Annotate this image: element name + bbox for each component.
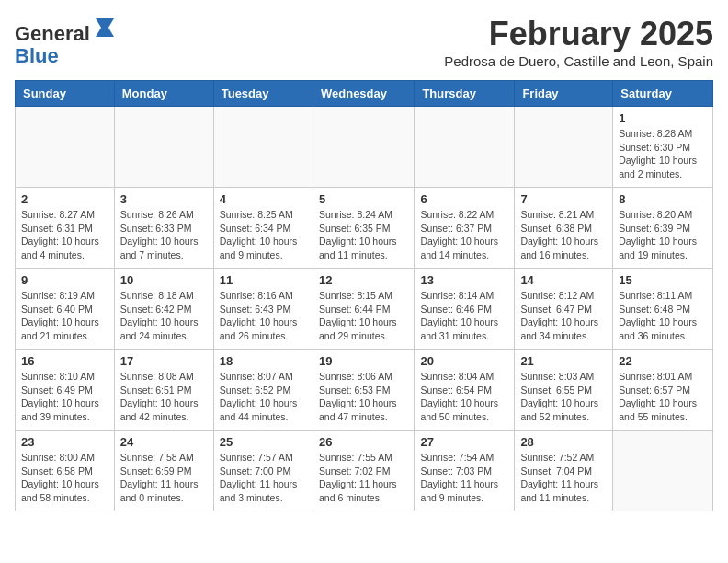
day-cell: 22Sunrise: 8:01 AM Sunset: 6:57 PM Dayli… xyxy=(613,350,713,431)
logo-blue-text: Blue xyxy=(15,45,118,67)
day-info: Sunrise: 8:06 AM Sunset: 6:53 PM Dayligh… xyxy=(319,370,408,424)
day-info: Sunrise: 8:01 AM Sunset: 6:57 PM Dayligh… xyxy=(619,370,707,424)
day-info: Sunrise: 7:52 AM Sunset: 7:04 PM Dayligh… xyxy=(520,451,607,505)
day-cell: 8Sunrise: 8:20 AM Sunset: 6:39 PM Daylig… xyxy=(613,188,713,269)
day-number: 18 xyxy=(220,354,307,368)
day-number: 4 xyxy=(220,192,307,206)
day-cell xyxy=(613,431,713,511)
day-info: Sunrise: 8:11 AM Sunset: 6:48 PM Dayligh… xyxy=(619,289,707,343)
day-cell: 5Sunrise: 8:24 AM Sunset: 6:35 PM Daylig… xyxy=(313,188,414,269)
day-number: 16 xyxy=(21,354,108,368)
day-number: 13 xyxy=(420,273,508,287)
day-info: Sunrise: 8:24 AM Sunset: 6:35 PM Dayligh… xyxy=(319,208,408,262)
page: General Blue February 2025 Pedrosa de Du… xyxy=(0,0,728,526)
day-number: 26 xyxy=(319,435,408,449)
week-row-3: 9Sunrise: 8:19 AM Sunset: 6:40 PM Daylig… xyxy=(16,269,713,350)
day-info: Sunrise: 8:20 AM Sunset: 6:39 PM Dayligh… xyxy=(619,208,707,262)
day-cell xyxy=(515,107,613,188)
day-cell: 2Sunrise: 8:27 AM Sunset: 6:31 PM Daylig… xyxy=(16,188,115,269)
day-number: 9 xyxy=(21,273,108,287)
day-number: 27 xyxy=(420,435,508,449)
day-info: Sunrise: 8:12 AM Sunset: 6:47 PM Dayligh… xyxy=(520,289,607,343)
day-cell xyxy=(114,107,213,188)
calendar-header-row: SundayMondayTuesdayWednesdayThursdayFrid… xyxy=(16,81,713,107)
day-info: Sunrise: 8:07 AM Sunset: 6:52 PM Dayligh… xyxy=(220,370,307,424)
day-info: Sunrise: 8:19 AM Sunset: 6:40 PM Dayligh… xyxy=(21,289,108,343)
day-number: 11 xyxy=(220,273,307,287)
day-cell xyxy=(415,107,515,188)
day-info: Sunrise: 8:18 AM Sunset: 6:42 PM Dayligh… xyxy=(120,289,208,343)
day-number: 20 xyxy=(420,354,508,368)
day-cell: 7Sunrise: 8:21 AM Sunset: 6:38 PM Daylig… xyxy=(515,188,613,269)
calendar-title: February 2025 xyxy=(444,15,713,53)
day-number: 17 xyxy=(120,354,208,368)
day-number: 28 xyxy=(520,435,607,449)
day-info: Sunrise: 8:14 AM Sunset: 6:46 PM Dayligh… xyxy=(420,289,508,343)
day-cell: 15Sunrise: 8:11 AM Sunset: 6:48 PM Dayli… xyxy=(613,269,713,350)
day-number: 7 xyxy=(520,192,607,206)
col-header-sunday: Sunday xyxy=(16,81,115,107)
col-header-tuesday: Tuesday xyxy=(213,81,313,107)
day-info: Sunrise: 7:58 AM Sunset: 6:59 PM Dayligh… xyxy=(120,451,208,505)
day-info: Sunrise: 8:27 AM Sunset: 6:31 PM Dayligh… xyxy=(21,208,108,262)
col-header-friday: Friday xyxy=(515,81,613,107)
day-info: Sunrise: 8:16 AM Sunset: 6:43 PM Dayligh… xyxy=(220,289,307,343)
day-cell xyxy=(16,107,115,188)
day-info: Sunrise: 7:55 AM Sunset: 7:02 PM Dayligh… xyxy=(319,451,408,505)
day-cell: 11Sunrise: 8:16 AM Sunset: 6:43 PM Dayli… xyxy=(213,269,313,350)
day-number: 22 xyxy=(619,354,707,368)
day-number: 21 xyxy=(520,354,607,368)
day-cell: 17Sunrise: 8:08 AM Sunset: 6:51 PM Dayli… xyxy=(114,350,213,431)
logo-flag-icon xyxy=(92,15,118,40)
header: General Blue February 2025 Pedrosa de Du… xyxy=(15,15,713,69)
day-cell: 16Sunrise: 8:10 AM Sunset: 6:49 PM Dayli… xyxy=(16,350,115,431)
day-cell: 28Sunrise: 7:52 AM Sunset: 7:04 PM Dayli… xyxy=(515,431,613,511)
day-info: Sunrise: 8:28 AM Sunset: 6:30 PM Dayligh… xyxy=(619,127,707,181)
week-row-4: 16Sunrise: 8:10 AM Sunset: 6:49 PM Dayli… xyxy=(16,350,713,431)
day-cell: 1Sunrise: 8:28 AM Sunset: 6:30 PM Daylig… xyxy=(613,107,713,188)
title-block: February 2025 Pedrosa de Duero, Castille… xyxy=(444,15,713,69)
day-info: Sunrise: 8:25 AM Sunset: 6:34 PM Dayligh… xyxy=(220,208,307,262)
day-cell: 23Sunrise: 8:00 AM Sunset: 6:58 PM Dayli… xyxy=(16,431,115,511)
day-number: 8 xyxy=(619,192,707,206)
calendar-table: SundayMondayTuesdayWednesdayThursdayFrid… xyxy=(15,80,713,511)
day-number: 25 xyxy=(220,435,307,449)
day-cell: 20Sunrise: 8:04 AM Sunset: 6:54 PM Dayli… xyxy=(415,350,515,431)
day-number: 5 xyxy=(319,192,408,206)
day-number: 23 xyxy=(21,435,108,449)
day-cell xyxy=(313,107,414,188)
day-info: Sunrise: 8:26 AM Sunset: 6:33 PM Dayligh… xyxy=(120,208,208,262)
logo-general: General xyxy=(15,22,90,45)
day-info: Sunrise: 8:08 AM Sunset: 6:51 PM Dayligh… xyxy=(120,370,208,424)
week-row-5: 23Sunrise: 8:00 AM Sunset: 6:58 PM Dayli… xyxy=(16,431,713,511)
day-cell xyxy=(213,107,313,188)
col-header-monday: Monday xyxy=(114,81,213,107)
day-info: Sunrise: 8:04 AM Sunset: 6:54 PM Dayligh… xyxy=(420,370,508,424)
day-number: 10 xyxy=(120,273,208,287)
day-number: 19 xyxy=(319,354,408,368)
logo-text: General xyxy=(15,15,118,45)
day-cell: 6Sunrise: 8:22 AM Sunset: 6:37 PM Daylig… xyxy=(415,188,515,269)
day-cell: 21Sunrise: 8:03 AM Sunset: 6:55 PM Dayli… xyxy=(515,350,613,431)
day-number: 14 xyxy=(520,273,607,287)
logo: General Blue xyxy=(15,15,118,67)
day-number: 15 xyxy=(619,273,707,287)
calendar-subtitle: Pedrosa de Duero, Castille and Leon, Spa… xyxy=(444,53,713,69)
day-cell: 13Sunrise: 8:14 AM Sunset: 6:46 PM Dayli… xyxy=(415,269,515,350)
day-info: Sunrise: 8:15 AM Sunset: 6:44 PM Dayligh… xyxy=(319,289,408,343)
day-number: 3 xyxy=(120,192,208,206)
day-cell: 12Sunrise: 8:15 AM Sunset: 6:44 PM Dayli… xyxy=(313,269,414,350)
day-info: Sunrise: 8:00 AM Sunset: 6:58 PM Dayligh… xyxy=(21,451,108,505)
svg-marker-0 xyxy=(96,18,114,37)
day-cell: 14Sunrise: 8:12 AM Sunset: 6:47 PM Dayli… xyxy=(515,269,613,350)
day-number: 2 xyxy=(21,192,108,206)
day-info: Sunrise: 8:10 AM Sunset: 6:49 PM Dayligh… xyxy=(21,370,108,424)
day-cell: 19Sunrise: 8:06 AM Sunset: 6:53 PM Dayli… xyxy=(313,350,414,431)
day-number: 24 xyxy=(120,435,208,449)
day-number: 6 xyxy=(420,192,508,206)
day-cell: 10Sunrise: 8:18 AM Sunset: 6:42 PM Dayli… xyxy=(114,269,213,350)
day-info: Sunrise: 7:54 AM Sunset: 7:03 PM Dayligh… xyxy=(420,451,508,505)
day-cell: 26Sunrise: 7:55 AM Sunset: 7:02 PM Dayli… xyxy=(313,431,414,511)
day-info: Sunrise: 8:21 AM Sunset: 6:38 PM Dayligh… xyxy=(520,208,607,262)
day-number: 12 xyxy=(319,273,408,287)
